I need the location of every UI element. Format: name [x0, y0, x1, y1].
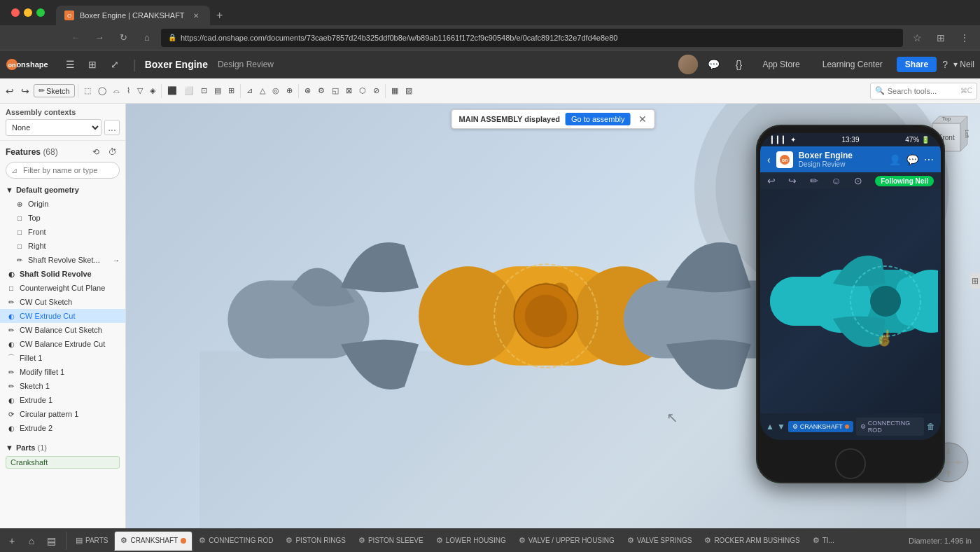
phone-emoji[interactable]: ☺ — [831, 175, 841, 186]
toolbar-btn-2[interactable]: ◯ — [95, 81, 109, 101]
phone-edit[interactable]: ✏ — [810, 175, 818, 186]
phone-back-button[interactable]: ‹ — [767, 154, 771, 165]
toolbar-btn-11[interactable]: ⊞ — [225, 81, 237, 101]
tab-close-button[interactable]: ✕ — [190, 10, 202, 21]
grid-button[interactable]: ⊞ — [83, 55, 102, 74]
toolbar-btn-19[interactable]: ⊠ — [343, 81, 355, 101]
code-button[interactable]: {} — [729, 55, 748, 74]
feature-item-cw-extrude[interactable]: ◐ CW Extrude Cut — [0, 309, 125, 323]
toolbar-btn-16[interactable]: ⊗ — [302, 81, 314, 101]
bottom-tab-connecting-rod[interactable]: ⚙ CONNECTING ROD — [192, 531, 279, 551]
feature-item-extrude1[interactable]: ◐ Extrude 1 — [0, 393, 125, 407]
refresh-button[interactable]: ↻ — [113, 28, 133, 48]
home-button[interactable]: ⌂ — [137, 28, 157, 48]
toolbar-btn-5[interactable]: ▽ — [134, 81, 146, 101]
toolbar-btn-17[interactable]: ⚙ — [315, 81, 328, 101]
user-name-label[interactable]: ▾ Neil — [953, 60, 974, 69]
bottom-tab-ti[interactable]: ⚙ TI... — [806, 531, 841, 551]
traffic-light-close[interactable] — [11, 8, 20, 17]
parts-item-crankshaft[interactable]: Crankshaft — [6, 456, 120, 469]
filter-input[interactable] — [6, 162, 120, 179]
phone-3d[interactable]: ⊙ — [854, 175, 862, 186]
phone-redo[interactable]: ↪ — [788, 175, 797, 186]
bottom-tab-valve-springs[interactable]: ⚙ VALVE SPRINGS — [621, 531, 699, 551]
browser-menu-button[interactable]: ⋮ — [955, 28, 974, 48]
default-geometry-header[interactable]: ▼ Default geometry — [6, 184, 120, 195]
phone-home-button[interactable] — [835, 448, 866, 479]
banner-close-button[interactable]: ✕ — [638, 113, 647, 125]
toolbar-btn-4[interactable]: ⌇ — [124, 81, 133, 101]
share-button[interactable]: Share — [897, 57, 937, 72]
traffic-light-fullscreen[interactable] — [36, 8, 45, 17]
feature-item-circular-pattern[interactable]: ⟳ Circular pattern 1 — [0, 407, 125, 421]
toolbar-btn-6[interactable]: ◈ — [147, 81, 158, 101]
browser-tab[interactable]: O Boxer Engine | CRANKSHAFT ✕ — [56, 6, 210, 25]
viewport[interactable]: ↖ MAIN ASSEMBLY displayed Go to assembly… — [126, 104, 980, 528]
chat-button[interactable]: 💬 — [704, 55, 723, 74]
bottom-tab-crankshaft[interactable]: ⚙ CRANKSHAFT — [114, 531, 192, 551]
phone-follow-icon[interactable]: 👤 — [889, 154, 901, 165]
extensions-button[interactable]: ⊞ — [931, 28, 951, 48]
phone-undo[interactable]: ↩ — [767, 175, 776, 186]
phone-tab-connecting-rod[interactable]: ⚙ CONNECTING ROD — [856, 418, 924, 436]
toolbar-btn-15[interactable]: ⊕ — [284, 81, 295, 101]
feature-item-cw-balance-sketch[interactable]: ✏ CW Balance Cut Sketch — [0, 323, 125, 337]
sketch-button[interactable]: ✏ Sketch — [34, 84, 75, 97]
bottom-tab-valve-upper[interactable]: ⚙ VALVE / UPPER HOUSING — [512, 531, 621, 551]
bottom-tab-piston-rings[interactable]: ⚙ PISTON RINGS — [279, 531, 352, 551]
feature-item-fillet[interactable]: ⌒ Fillet 1 — [0, 351, 125, 365]
feature-item-cw-cut-plane[interactable]: □ Counterweight Cut Plane — [0, 281, 125, 295]
parts-header[interactable]: ▼ Parts (1) — [6, 442, 120, 453]
bottom-tab-lower-housing[interactable]: ⚙ LOWER HOUSING — [430, 531, 512, 551]
toolbar-btn-8[interactable]: ⬜ — [181, 81, 197, 101]
toolbar-btn-3[interactable]: ⌓ — [111, 81, 122, 101]
feature-item-top[interactable]: □ Top — [0, 211, 125, 225]
feature-list-toggle[interactable]: ⟲ — [89, 145, 103, 159]
feature-item-cw-balance-extrude[interactable]: ◐ CW Balance Extrude Cut — [0, 337, 125, 351]
toolbar-btn-13[interactable]: △ — [257, 81, 268, 101]
phone-delete[interactable]: 🗑 — [927, 422, 935, 432]
feature-item-sketch1[interactable]: ✏ Sketch 1 — [0, 379, 125, 393]
learning-center-button[interactable]: Learning Center — [814, 57, 891, 72]
add-tab-button[interactable]: + — [3, 532, 21, 550]
feature-item-front[interactable]: □ Front — [0, 225, 125, 239]
feature-item-modify-fillet[interactable]: ✏ Modify fillet 1 — [0, 365, 125, 379]
feature-settings-button[interactable]: ⏱ — [106, 145, 120, 159]
bottom-tab-piston-sleeve[interactable]: ⚙ PISTON SLEEVE — [352, 531, 430, 551]
forward-button[interactable]: → — [90, 28, 109, 48]
toolbar-btn-23[interactable]: ▧ — [402, 81, 415, 101]
toolbar-btn-21[interactable]: ⊘ — [370, 81, 382, 101]
go-to-assembly-button[interactable]: Go to assembly — [566, 113, 630, 125]
undo-button[interactable]: ↩ — [3, 81, 17, 101]
feature-item-extrude2[interactable]: ◐ Extrude 2 — [0, 421, 125, 435]
back-button[interactable]: ← — [66, 28, 85, 48]
toolbar-btn-14[interactable]: ◎ — [270, 81, 282, 101]
phone-nav-up[interactable]: ▲ — [766, 422, 774, 432]
phone-comment-icon[interactable]: 💬 — [906, 154, 918, 165]
feature-item-origin[interactable]: ⊕ Origin — [0, 197, 125, 211]
phone-tab-crankshaft[interactable]: ⚙ CRANKSHAFT — [788, 421, 853, 432]
bookmark-button[interactable]: ☆ — [907, 28, 927, 48]
bottom-tab-parts[interactable]: ▤ PARTS — [69, 531, 114, 551]
phone-nav-down[interactable]: ▼ — [777, 422, 785, 432]
search-tools-input[interactable] — [888, 87, 958, 95]
toolbar-btn-22[interactable]: ▦ — [388, 81, 401, 101]
toolbar-btn-10[interactable]: ▤ — [211, 81, 224, 101]
folder-tab-button[interactable]: ▤ — [42, 532, 60, 550]
traffic-light-minimize[interactable] — [24, 8, 32, 17]
toolbar-btn-9[interactable]: ⊡ — [198, 81, 210, 101]
redo-button[interactable]: ↪ — [18, 81, 32, 101]
help-button[interactable]: ? — [942, 59, 948, 70]
transform-button[interactable]: ⤢ — [105, 55, 125, 74]
toolbar-btn-20[interactable]: ⬡ — [356, 81, 369, 101]
app-store-button[interactable]: App Store — [754, 57, 808, 72]
feature-item-shaft-revolve[interactable]: ◐ Shaft Solid Revolve — [0, 267, 125, 281]
feature-item-shaft-sketch[interactable]: ✏ Shaft Revolve Sket... → — [0, 253, 125, 267]
bottom-tab-rocker-arm[interactable]: ⚙ ROCKER ARM BUSHINGS — [698, 531, 806, 551]
context-more-button[interactable]: ... — [104, 120, 120, 135]
phone-more-icon[interactable]: ⋯ — [924, 154, 934, 165]
assembly-context-select[interactable]: None — [6, 119, 102, 136]
toolbar-btn-18[interactable]: ◱ — [329, 81, 342, 101]
feature-item-cw-cut-sketch[interactable]: ✏ CW Cut Sketch — [0, 295, 125, 309]
side-panel-toggle[interactable]: ⊞ — [970, 273, 980, 289]
